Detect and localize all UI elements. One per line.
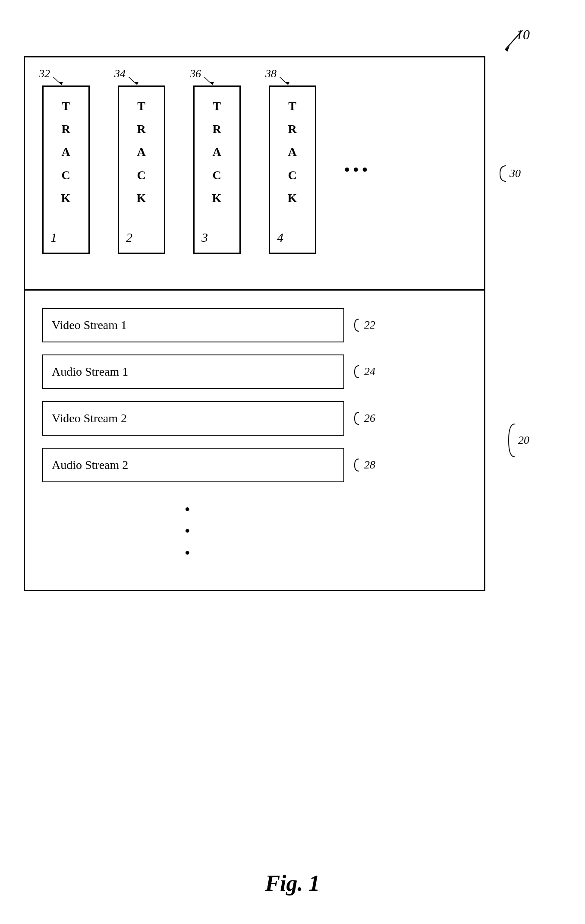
audio-stream-1-label: Audio Stream 1 (52, 365, 128, 379)
streams-dots: ••• (42, 494, 467, 564)
track-1-id: 32 (39, 67, 50, 80)
track-2-bracket-icon (126, 77, 139, 85)
video-stream-2-box: Video Stream 2 (42, 401, 344, 436)
track-2-wrapper: 34 TRACK 2 (118, 85, 165, 254)
track-2-number: 2 (123, 230, 132, 245)
bracket-28-icon (353, 458, 362, 472)
arrow-10-icon (499, 28, 525, 54)
track-1-letters: TRACK (61, 95, 71, 209)
label-30: 30 (498, 165, 521, 182)
track-4-letters: TRACK (288, 95, 298, 209)
track-3-wrapper: 36 TRACK 3 (193, 85, 241, 254)
track-3-number: 3 (199, 230, 208, 245)
tracks-row: 32 TRACK 1 34 TRACK (42, 81, 467, 254)
track-4-box: TRACK 4 (269, 85, 316, 254)
track-4-wrapper: 38 TRACK 4 (269, 85, 316, 254)
bracket-22-icon (353, 318, 362, 332)
audio-stream-1-box: Audio Stream 1 (42, 354, 344, 389)
track-3-letters: TRACK (212, 95, 222, 209)
figure-caption: Fig. 1 (265, 870, 320, 896)
audio-stream-2-box: Audio Stream 2 (42, 448, 344, 482)
track-4-id: 38 (265, 67, 277, 80)
audio-stream-2-label: Audio Stream 2 (52, 458, 128, 472)
tracks-dots: ••• (344, 85, 371, 254)
track-4-bracket-icon (277, 77, 290, 85)
stream-1-id: 22 (353, 318, 375, 332)
stream-2-id: 24 (353, 365, 375, 379)
track-1-bracket-icon (51, 77, 64, 85)
video-stream-1-box: Video Stream 1 (42, 308, 344, 342)
track-3-bracket-icon (202, 77, 215, 85)
stream-4-row: Audio Stream 2 28 (42, 448, 467, 482)
track-1-wrapper: 32 TRACK 1 (42, 85, 90, 254)
track-3-id: 36 (190, 67, 201, 80)
track-4-number: 4 (274, 230, 283, 245)
bracket-26-icon (353, 411, 362, 425)
bracket-30-icon (498, 165, 508, 182)
stream-4-id: 28 (353, 458, 375, 472)
track-3-box: TRACK 3 (193, 85, 241, 254)
bracket-24-icon (353, 365, 362, 379)
bracket-20-icon (507, 423, 516, 458)
track-1-number: 1 (48, 230, 57, 245)
track-2-letters: TRACK (137, 95, 147, 209)
stream-3-row: Video Stream 2 26 (42, 401, 467, 436)
track-2-id: 34 (114, 67, 126, 80)
track-2-box: TRACK 2 (118, 85, 165, 254)
stream-3-id: 26 (353, 411, 375, 425)
track-1-box: TRACK 1 (42, 85, 90, 254)
streams-section: Video Stream 1 22 Audio Stream 1 24 (25, 291, 484, 590)
tracks-section: 32 TRACK 1 34 TRACK (25, 57, 484, 291)
label-20: 20 (507, 423, 529, 458)
stream-1-row: Video Stream 1 22 (42, 308, 467, 342)
main-diagram-box: 32 TRACK 1 34 TRACK (24, 56, 485, 591)
svg-line-0 (505, 30, 522, 50)
video-stream-1-label: Video Stream 1 (52, 318, 127, 332)
video-stream-2-label: Video Stream 2 (52, 411, 127, 425)
stream-2-row: Audio Stream 1 24 (42, 354, 467, 389)
